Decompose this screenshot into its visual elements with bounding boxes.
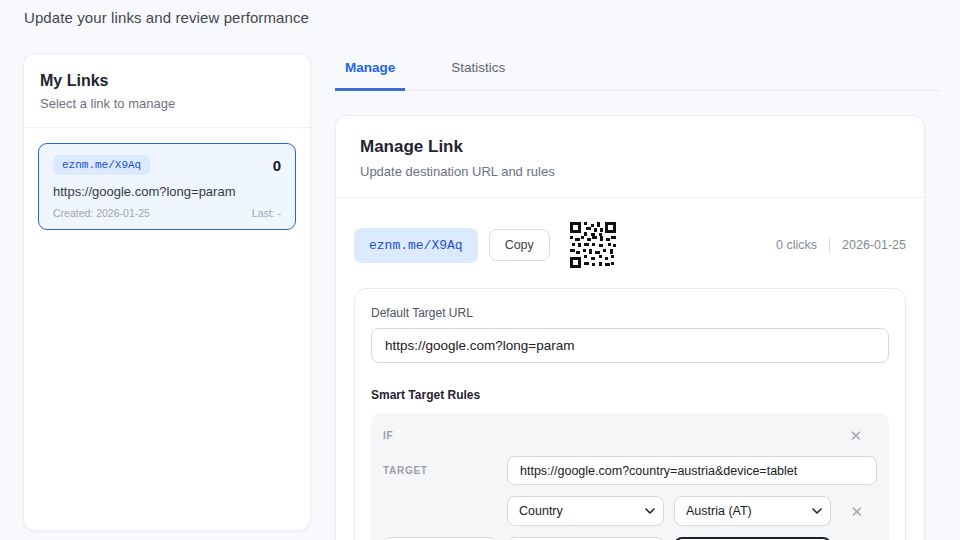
link-list-item[interactable]: eznm.me/X9Aq 0 https://google.com?long=p… <box>38 143 296 230</box>
short-url-badge: eznm.me/X9Aq <box>53 155 150 175</box>
target-label: TARGET <box>383 465 507 476</box>
stat-divider <box>829 238 830 253</box>
click-count: 0 <box>273 157 281 174</box>
destination-url: https://google.com?long=param <box>53 184 281 199</box>
remove-condition-button[interactable]: ✕ <box>848 502 865 521</box>
smart-rules-label: Smart Target Rules <box>371 388 889 402</box>
qr-code-image <box>570 222 616 268</box>
rule-condition-row-1: Country Austria (AT) <box>383 496 877 526</box>
close-icon: ✕ <box>849 427 862 444</box>
link-item-top: eznm.me/X9Aq 0 <box>53 155 281 175</box>
condition-value-select[interactable]: Austria (AT) <box>674 496 831 526</box>
if-label: IF <box>383 430 507 441</box>
default-target-label: Default Target URL <box>371 306 889 320</box>
my-links-header: My Links Select a link to manage <box>24 54 310 128</box>
close-icon: ✕ <box>850 503 863 520</box>
copy-button[interactable]: Copy <box>489 229 550 261</box>
main-layout: My Links Select a link to manage eznm.me… <box>0 53 960 540</box>
page-title: Update your links and review performance <box>24 9 936 26</box>
manage-link-title: Manage Link <box>360 137 900 157</box>
manage-link-header: Manage Link Update destination URL and r… <box>336 116 924 198</box>
default-target-input[interactable] <box>371 328 889 363</box>
last-click: Last: - <box>252 207 281 219</box>
remove-rule-button[interactable]: ✕ <box>847 426 864 445</box>
link-meta: Created: 2026-01-25 Last: - <box>53 207 281 219</box>
target-settings-card: Default Target URL Smart Target Rules IF… <box>354 288 906 540</box>
date-stat: 2026-01-25 <box>842 238 906 252</box>
my-links-subtitle: Select a link to manage <box>40 96 294 111</box>
short-url-badge: eznm.me/X9Aq <box>354 228 478 263</box>
created-date: Created: 2026-01-25 <box>53 207 150 219</box>
manage-link-subtitle: Update destination URL and rules <box>360 164 900 179</box>
my-links-title: My Links <box>40 72 294 90</box>
condition-field-select[interactable]: Country <box>507 496 664 526</box>
rule-card: IF ✕ TARGET <box>371 413 889 540</box>
tabbar: Manage Statistics <box>335 53 940 91</box>
rule-target-row: TARGET <box>383 456 877 485</box>
page-header: Update your links and review performance <box>0 0 960 26</box>
clicks-stat: 0 clicks <box>776 238 817 252</box>
tab-statistics[interactable]: Statistics <box>441 53 515 90</box>
manage-link-panel: Manage Link Update destination URL and r… <box>335 115 925 540</box>
condition-value-select-wrap: Austria (AT) <box>674 496 831 526</box>
rule-if-row: IF ✕ <box>383 426 877 445</box>
rule-target-input[interactable] <box>507 456 877 485</box>
manage-link-body: eznm.me/X9Aq Copy <box>336 198 924 540</box>
tab-manage[interactable]: Manage <box>335 53 405 91</box>
my-links-panel: My Links Select a link to manage eznm.me… <box>23 53 311 531</box>
detail-column: Manage Statistics Manage Link Update des… <box>335 53 940 540</box>
summary-stats: 0 clicks 2026-01-25 <box>776 238 906 253</box>
condition-field-select-wrap: Country <box>507 496 664 526</box>
link-summary-row: eznm.me/X9Aq Copy <box>354 222 906 268</box>
